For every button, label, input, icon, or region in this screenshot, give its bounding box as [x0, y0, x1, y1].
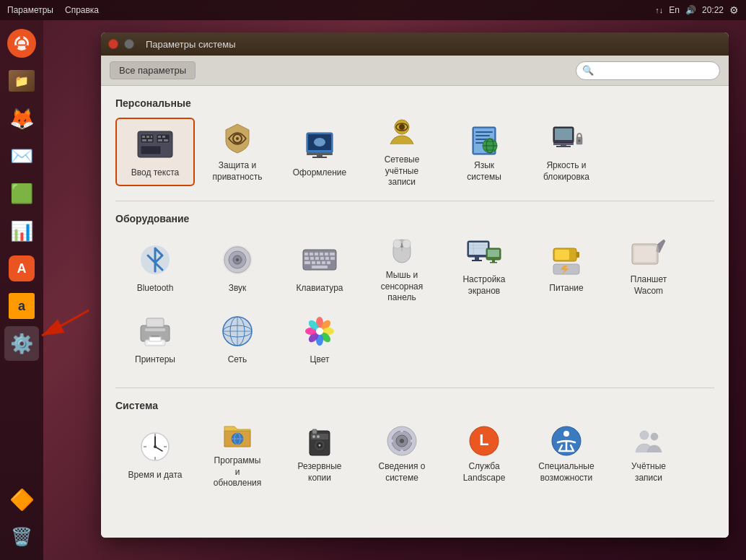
keyboard-icon: [301, 241, 338, 279]
item-landscape[interactable]: L СлужбаLandscape: [444, 420, 524, 489]
item-users[interactable]: Учётныезаписи: [609, 420, 688, 489]
power-indicator[interactable]: ⚙: [729, 4, 739, 16]
svg-rect-87: [490, 262, 497, 263]
svg-rect-68: [317, 261, 320, 264]
svg-point-46: [579, 139, 581, 141]
network-icon: [219, 312, 256, 350]
svg-rect-12: [158, 136, 161, 138]
item-mouse[interactable]: Мышь исенсорнаяпанель: [362, 233, 442, 302]
item-accounts[interactable]: Сетевыеучётныезаписи: [362, 118, 442, 186]
svg-rect-70: [327, 261, 330, 264]
sidebar-item-amazon[interactable]: a: [4, 289, 39, 323]
item-accessibility[interactable]: Специальныевозможности: [527, 420, 606, 489]
sidebar-item-impress[interactable]: 📊: [4, 214, 39, 248]
svg-rect-11: [151, 136, 152, 138]
item-label-power: Питание: [549, 283, 583, 294]
item-displays[interactable]: Настройкаэкранов: [444, 233, 524, 302]
privacy-icon: [219, 121, 256, 156]
sidebar-item-mail[interactable]: ✉️: [4, 139, 39, 173]
item-label-wacom: ПланшетWacom: [631, 274, 667, 297]
item-brightness[interactable]: Яркость иблокировка: [527, 118, 606, 186]
svg-rect-15: [148, 139, 152, 141]
hardware-grid-2: Принтеры: [115, 305, 714, 373]
minimize-button[interactable]: [124, 39, 134, 49]
svg-point-150: [651, 433, 658, 440]
content-area: Персональные: [101, 86, 729, 538]
sidebar-item-vlc[interactable]: 🔶: [4, 482, 39, 517]
sidebar: 📁 🦊 ✉️ 🟩 📊 A a ⚙️ 🔶 🗑️: [0, 20, 43, 560]
svg-point-116: [316, 328, 323, 335]
backup-icon: [301, 425, 338, 457]
svg-rect-9: [142, 136, 145, 138]
item-network[interactable]: Сеть: [198, 305, 277, 373]
sidebar-item-calc[interactable]: 🟩: [4, 176, 39, 211]
svg-rect-99: [148, 341, 162, 344]
svg-rect-89: [576, 252, 579, 258]
item-label-color: Цвет: [310, 354, 330, 366]
item-appearance[interactable]: Оформление: [280, 118, 359, 186]
menu-params[interactable]: Параметры: [7, 5, 53, 15]
svg-point-2: [14, 45, 18, 49]
item-text-input[interactable]: Ввод текста: [115, 118, 195, 186]
svg-point-148: [563, 431, 569, 437]
item-printers[interactable]: Принтеры: [115, 305, 195, 373]
title-bar: Параметры системы: [101, 32, 729, 56]
search-input[interactable]: [597, 65, 714, 76]
menu-help[interactable]: Справка: [65, 5, 99, 15]
network-indicator[interactable]: ↑↓: [655, 6, 663, 14]
files-icon: 📁: [9, 70, 35, 92]
item-keyboard[interactable]: Клавиатура: [280, 233, 359, 302]
svg-rect-14: [142, 139, 146, 141]
sidebar-item-settings[interactable]: ⚙️: [4, 326, 39, 361]
svg-rect-82: [475, 257, 479, 260]
svg-rect-61: [310, 257, 314, 260]
svg-rect-71: [312, 266, 328, 268]
svg-rect-31: [475, 131, 493, 133]
sidebar-item-firefox[interactable]: 🦊: [4, 101, 39, 136]
svg-rect-76: [403, 240, 411, 248]
item-label-text-input: Ввод текста: [131, 167, 179, 179]
search-box[interactable]: 🔍: [576, 61, 720, 80]
item-sysinfo[interactable]: Сведения осистеме: [362, 420, 442, 489]
wacom-icon: [630, 238, 667, 270]
svg-rect-55: [310, 253, 313, 255]
svg-rect-65: [330, 257, 335, 260]
item-datetime[interactable]: Время и дата: [115, 420, 195, 489]
toolbar: Все параметры 🔍: [101, 56, 729, 86]
svg-rect-6: [141, 134, 154, 143]
section-title-personal: Персональные: [115, 97, 714, 109]
close-button[interactable]: [108, 39, 118, 49]
sidebar-item-files[interactable]: 📁: [4, 64, 39, 98]
appearance-icon: [301, 126, 338, 163]
item-privacy[interactable]: Защита иприватность: [198, 118, 277, 186]
item-wacom[interactable]: ПланшетWacom: [609, 233, 688, 302]
volume-indicator[interactable]: 🔊: [685, 5, 696, 15]
item-label-bluetooth: Bluetooth: [137, 283, 174, 294]
item-bluetooth[interactable]: Bluetooth: [115, 233, 195, 302]
svg-point-52: [236, 258, 239, 261]
back-button[interactable]: Все параметры: [110, 61, 196, 79]
svg-point-3: [25, 45, 29, 49]
displays-icon: [465, 238, 503, 270]
item-backup[interactable]: Резервныекопии: [280, 420, 359, 489]
sidebar-item-ubuntu[interactable]: [4, 26, 39, 61]
section-title-hardware: Оборудование: [115, 213, 714, 224]
item-label-network: Сеть: [228, 354, 247, 366]
svg-rect-142: [400, 450, 403, 454]
item-power[interactable]: Питание: [527, 233, 606, 302]
svg-rect-60: [304, 257, 309, 260]
item-label-keyboard: Клавиатура: [297, 283, 343, 294]
item-software[interactable]: Программыиобновления: [198, 420, 277, 489]
svg-point-135: [312, 435, 315, 438]
item-language[interactable]: Языксистемы: [444, 118, 524, 186]
svg-rect-69: [322, 261, 325, 264]
svg-rect-130: [312, 429, 317, 434]
svg-rect-63: [320, 257, 324, 260]
sidebar-item-appstore[interactable]: A: [4, 251, 39, 286]
item-color[interactable]: Цвет: [280, 305, 359, 373]
sidebar-item-trash[interactable]: 🗑️: [4, 520, 39, 554]
keyboard-lang-indicator[interactable]: En: [669, 5, 680, 15]
svg-rect-97: [146, 318, 164, 327]
hardware-grid: Bluetooth Звук: [115, 233, 714, 302]
item-sound[interactable]: Звук: [198, 233, 277, 302]
